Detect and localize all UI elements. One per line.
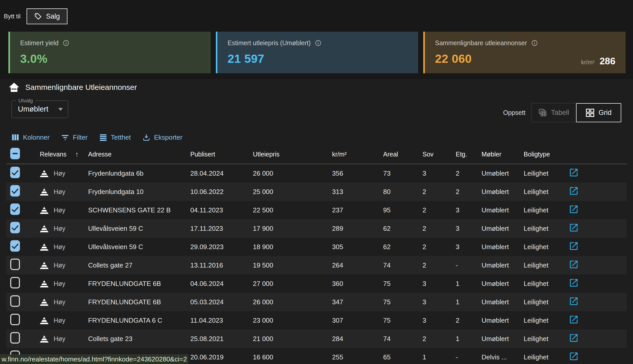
- cell-publisert: 28.04.2024: [180, 169, 243, 177]
- cell-relevans: Høy: [31, 243, 78, 251]
- cell-relevans: Høy: [31, 280, 78, 287]
- table-row[interactable]: Høy Frydenlundgata 10 10.06.2022 25 000 …: [6, 183, 627, 201]
- relevance-high-icon: [40, 243, 49, 251]
- table-row[interactable]: Høy SCHWENSENS GATE 22 B 04.11.2023 22 5…: [6, 201, 627, 219]
- column-header-areal[interactable]: Areal: [373, 151, 416, 158]
- table-row[interactable]: Høy FRYDENLUNDGATA 6 C 11.04.2023 23 000…: [6, 311, 627, 330]
- cell-utleiepris: 26 000: [243, 298, 317, 306]
- relevance-high-icon: [40, 280, 49, 287]
- open-listing-icon[interactable]: [569, 333, 579, 343]
- card-value: 3.0%: [20, 52, 202, 66]
- row-checkbox[interactable]: [10, 185, 20, 197]
- cell-etg: -: [450, 353, 471, 361]
- row-checkbox[interactable]: [10, 277, 20, 288]
- cell-areal: 80: [373, 188, 416, 196]
- cell-relevans: Høy: [31, 188, 78, 196]
- table-row[interactable]: Høy Collets gate 27 13.11.2016 19 500 26…: [6, 256, 627, 274]
- open-listing-icon[interactable]: [569, 186, 579, 196]
- cell-publisert: 17.11.2023: [180, 225, 243, 233]
- open-listing-icon[interactable]: [569, 167, 579, 178]
- open-listing-icon[interactable]: [569, 223, 579, 233]
- column-header-mobler[interactable]: Møbler: [471, 151, 513, 158]
- cell-sov: 2: [416, 335, 450, 343]
- kolonner-button[interactable]: Kolonner: [11, 134, 50, 141]
- row-checkbox[interactable]: [10, 259, 20, 270]
- column-header-boligtype[interactable]: Boligtype: [513, 151, 565, 158]
- cell-krm2: 289: [317, 225, 373, 233]
- cell-sov: 2: [416, 225, 450, 233]
- table-toolbar: Kolonner Filter Tetthet Eksporter: [11, 131, 182, 144]
- cell-sov: 2: [416, 206, 450, 214]
- cell-boligtype: Leilighet: [513, 206, 565, 214]
- open-listing-icon[interactable]: [569, 314, 579, 325]
- cell-areal: 74: [373, 335, 416, 343]
- cell-mobler: Umøblert: [471, 243, 513, 251]
- relevance-high-icon: [40, 335, 49, 343]
- cell-sov: 1: [416, 353, 450, 361]
- cell-relevans: Høy: [31, 298, 78, 306]
- cell-krm2: 305: [317, 243, 373, 251]
- table-row[interactable]: Høy FRYDENLUNDGATE 6B 05.03.2024 26 000 …: [6, 293, 627, 311]
- cell-areal: 75: [373, 280, 416, 288]
- cell-etg: 1: [450, 280, 471, 288]
- tetthet-button[interactable]: Tetthet: [99, 134, 131, 141]
- cell-boligtype: Leilighet: [513, 261, 565, 269]
- info-icon[interactable]: [63, 40, 69, 46]
- open-listing-icon[interactable]: [569, 204, 579, 214]
- filter-label: Filter: [73, 134, 88, 141]
- eksporter-button[interactable]: Eksporter: [143, 134, 182, 141]
- open-listing-icon[interactable]: [569, 351, 579, 361]
- cell-mobler: Delvis ...: [471, 353, 513, 361]
- cell-etg: 2: [450, 169, 471, 177]
- cell-utleiepris: 25 000: [243, 188, 317, 196]
- open-listing-icon[interactable]: [569, 259, 579, 270]
- top-bar: Bytt til Salg: [4, 9, 67, 24]
- cell-publisert: 25.08.2021: [180, 335, 243, 343]
- info-icon[interactable]: [531, 40, 538, 46]
- card-sammenlignbare-annonser: Sammenlignbare utleieannonser 22 060 kr/…: [423, 32, 626, 73]
- row-checkbox[interactable]: [10, 295, 20, 307]
- row-checkbox[interactable]: [10, 222, 20, 233]
- column-header-utleiepris[interactable]: Utleiepris: [243, 151, 317, 158]
- table-row[interactable]: Høy Collets gate 23 25.08.2021 21 000 28…: [6, 330, 627, 348]
- table-row[interactable]: Høy Frydenlundgata 6b 28.04.2024 26 000 …: [6, 164, 627, 183]
- open-listing-icon[interactable]: [569, 278, 579, 288]
- column-header-publisert[interactable]: Publisert: [180, 151, 243, 158]
- info-icon[interactable]: [315, 40, 322, 46]
- section-header: Sammenlignbare Utleieannonser: [8, 82, 137, 92]
- column-header-relevans[interactable]: Relevans ↑: [31, 150, 78, 158]
- filter-button[interactable]: Filter: [61, 134, 88, 141]
- row-checkbox[interactable]: [10, 167, 20, 178]
- cell-publisert: 13.11.2016: [180, 261, 243, 269]
- grid-view-button[interactable]: Grid: [576, 103, 621, 122]
- utvalg-select[interactable]: Utvalg Umøblert: [11, 101, 68, 118]
- table-view-icon: [538, 108, 547, 117]
- salg-button[interactable]: Salg: [27, 8, 67, 24]
- cell-utleiepris: 17 900: [243, 225, 317, 233]
- column-header-sov[interactable]: Sov: [416, 151, 450, 158]
- row-checkbox[interactable]: [10, 314, 20, 325]
- open-listing-icon[interactable]: [569, 241, 579, 251]
- tabell-view-button[interactable]: Tabell: [531, 103, 576, 122]
- row-checkbox[interactable]: [10, 203, 20, 215]
- open-listing-icon[interactable]: [569, 296, 579, 306]
- view-settings: Oppsett Tabell Grid: [503, 103, 621, 122]
- cell-etg: 3: [450, 225, 471, 233]
- column-header-adresse[interactable]: Adresse: [78, 151, 180, 158]
- browser-status-bar: w.finn.no/realestate/homes/ad.html?finnk…: [0, 355, 188, 364]
- cell-relevans: Høy: [31, 225, 78, 232]
- row-checkbox[interactable]: [10, 240, 20, 252]
- eksporter-label: Eksporter: [154, 134, 182, 141]
- table-row[interactable]: Høy Ullevålsveien 59 C 17.11.2023 17 900…: [6, 219, 627, 238]
- cell-adresse: Frydenlundgata 6b: [78, 169, 180, 177]
- table-body: Høy Frydenlundgata 6b 28.04.2024 26 000 …: [6, 164, 627, 364]
- select-all-checkbox[interactable]: [10, 148, 20, 159]
- table-row[interactable]: Høy Ullevålsveien 59 C 29.09.2023 18 900…: [6, 238, 627, 256]
- cell-etg: 1: [450, 298, 471, 306]
- column-header-krm2[interactable]: kr/m²: [317, 151, 373, 158]
- row-checkbox[interactable]: [10, 332, 20, 344]
- cell-boligtype: Leilighet: [513, 335, 565, 343]
- table-row[interactable]: Høy FRYDENLUNDGATE 6B 04.06.2024 27 000 …: [6, 274, 627, 293]
- column-header-etg[interactable]: Etg.: [450, 151, 471, 158]
- cell-utleiepris: 22 500: [243, 206, 317, 214]
